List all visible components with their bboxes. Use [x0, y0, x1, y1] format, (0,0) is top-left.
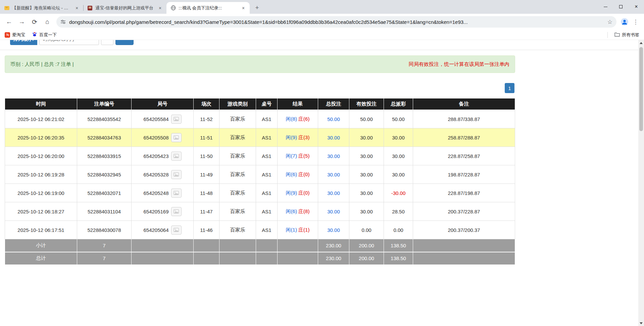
video-icon	[174, 154, 179, 158]
cell-payout: -30.00	[384, 184, 413, 202]
cell-payout: 0.00	[384, 221, 413, 239]
result-banker: 庄(0)	[298, 190, 309, 196]
profile-avatar[interactable]	[620, 17, 629, 27]
cell-total-bet: 30.00	[318, 184, 349, 202]
tab-game-platform[interactable]: 通宝-信誉最好的网上游戏平台 ×	[83, 2, 166, 14]
result-banker: 庄(5)	[298, 153, 309, 159]
forward-icon[interactable]: →	[16, 16, 28, 28]
address-bar[interactable]: dongshouji.com/ipl/portal.php/game/betre…	[56, 16, 616, 28]
scroll-up-icon[interactable]	[638, 40, 644, 46]
total-bet-link[interactable]: 30.00	[327, 135, 340, 140]
cell-game: 百家乐	[219, 165, 256, 184]
back-icon[interactable]: ←	[3, 16, 15, 28]
replay-video-button[interactable]	[171, 170, 182, 179]
maximize-button[interactable]	[613, 0, 629, 13]
cell-valid-bet: 30.00	[349, 184, 384, 202]
replay-video-button[interactable]	[171, 189, 182, 198]
cell-note: 258.87/288.87	[413, 128, 515, 147]
cell-total-bet: 30.00	[318, 165, 349, 184]
browser-menu-icon[interactable]: ⋮	[631, 18, 641, 26]
tab-forum[interactable]: 【新提醒】海燕策略论坛 - 综合 ×	[0, 2, 83, 14]
all-bookmarks-label: 所有书签	[622, 32, 639, 38]
cell-payout: 28.50	[384, 202, 413, 221]
mail-icon	[4, 5, 9, 11]
col-valid-bet: 有效投注	[349, 98, 384, 110]
bookmark-taobao[interactable]: 淘 爱淘宝	[5, 32, 25, 38]
page-number-button[interactable]: 1	[505, 83, 514, 93]
pagination: 1	[5, 83, 515, 93]
result-player: 闲(7)	[286, 153, 297, 159]
url-text[interactable]: dongshouji.com/ipl/portal.php/game/betre…	[69, 19, 604, 25]
replay-video-button[interactable]	[171, 152, 182, 161]
total-bet-link[interactable]: 50.00	[327, 116, 340, 122]
result-player: 闲(1)	[286, 227, 297, 233]
result-banker: 庄(6)	[298, 116, 309, 122]
cell-total-bet: 30.00	[318, 221, 349, 239]
video-icon	[174, 191, 179, 195]
cell-game: 百家乐	[219, 128, 256, 147]
result-player: 闲(8)	[286, 116, 297, 122]
total-bet-link[interactable]: 30.00	[327, 153, 340, 159]
replay-video-button[interactable]	[171, 226, 182, 235]
cell-table: AS1	[256, 128, 278, 147]
site-settings-icon[interactable]	[60, 19, 66, 25]
cell-note: 288.87/338.87	[413, 110, 515, 128]
cell-total-bet: 30.00	[318, 128, 349, 147]
cell-payout: 30.00	[384, 128, 413, 147]
col-total-bet: 总投注	[318, 98, 349, 110]
scroll-down-icon[interactable]	[638, 320, 644, 326]
result-banker: 庄(3)	[298, 134, 309, 140]
result-player: 闲(9)	[286, 190, 297, 196]
total-valid-bet: 200.00	[349, 252, 384, 265]
taobao-icon: 淘	[5, 32, 10, 38]
bookmark-baidu[interactable]: 百度一下	[32, 32, 57, 38]
home-icon[interactable]: ⌂	[42, 16, 53, 28]
close-window-button[interactable]: ×	[629, 0, 644, 13]
minimize-button[interactable]	[598, 0, 613, 13]
subtotal-count: 7	[77, 239, 132, 252]
cell-session: 11-48	[194, 184, 219, 202]
page-content: 排列顺序: 时间(由大到小) 币别 : 人民币 | 总共 :7 注单 | 同局有…	[0, 40, 638, 326]
cell-result: 闲(8) 庄(6)	[278, 110, 318, 128]
cell-bet-id: 522884032071	[77, 184, 132, 202]
scrollbar-thumb[interactable]	[639, 47, 643, 131]
cell-note: 200.37/200.37	[413, 221, 515, 239]
cell-total-bet: 50.00	[318, 110, 349, 128]
tab-bet-record[interactable]: :::视讯 会员下注纪录::: ×	[166, 2, 250, 14]
sort-order-select[interactable]: 时间(由大到小)	[39, 40, 99, 45]
round-number: 654205584	[143, 116, 168, 122]
total-bet-link[interactable]: 30.00	[327, 227, 340, 233]
cell-time: 2025-10-12 06:21:02	[5, 110, 77, 128]
total-bet-link[interactable]: 30.00	[327, 190, 340, 196]
notice-text: 同局有效投注，统一计算在该局第一张注单内	[409, 61, 509, 68]
new-tab-button[interactable]: +	[252, 3, 262, 12]
col-note: 备注	[413, 98, 515, 110]
col-table: 桌号	[256, 98, 278, 110]
col-time: 时间	[5, 98, 77, 110]
vertical-scrollbar[interactable]	[638, 40, 644, 326]
video-icon	[174, 228, 179, 232]
close-icon[interactable]: ×	[157, 5, 163, 11]
folder-icon	[614, 32, 620, 38]
close-icon[interactable]: ×	[240, 5, 246, 11]
cell-valid-bet: 0.00	[349, 221, 384, 239]
cell-result: 闲(6) 庄(0)	[278, 165, 318, 184]
bookmark-star-icon[interactable]: ☆	[607, 18, 612, 26]
page-size-select[interactable]	[101, 40, 113, 45]
reload-icon[interactable]: ⟳	[29, 16, 40, 28]
search-button[interactable]	[115, 40, 134, 45]
cell-result: 闲(9) 庄(0)	[278, 184, 318, 202]
cell-round: 654205328	[132, 165, 194, 184]
cell-session: 11-51	[194, 128, 219, 147]
cell-table: AS1	[256, 110, 278, 128]
cell-game: 百家乐	[219, 147, 256, 165]
all-bookmarks-button[interactable]: 所有书签	[614, 32, 639, 38]
round-number: 654205328	[143, 172, 168, 177]
total-bet-link[interactable]: 30.00	[327, 209, 340, 214]
replay-video-button[interactable]	[171, 133, 182, 142]
replay-video-button[interactable]	[171, 207, 182, 216]
total-bet-link[interactable]: 30.00	[327, 172, 340, 177]
close-icon[interactable]: ×	[74, 5, 80, 11]
replay-video-button[interactable]	[171, 115, 182, 124]
cell-bet-id: 522884035542	[77, 110, 132, 128]
